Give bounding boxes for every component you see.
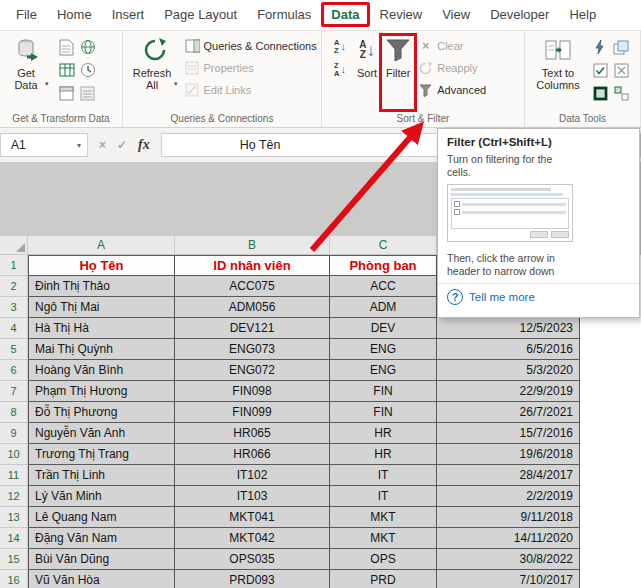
cell-a9[interactable]: Nguyễn Văn Anh [28, 423, 175, 444]
properties-button[interactable]: Properties [182, 58, 320, 78]
row-number[interactable]: 16 [0, 570, 28, 588]
tab-file[interactable]: File [6, 0, 47, 30]
row-number[interactable]: 13 [0, 507, 28, 528]
tab-home[interactable]: Home [47, 0, 102, 30]
cell-c9[interactable]: HR [330, 423, 437, 444]
cell-c3[interactable]: ADM [330, 297, 437, 318]
row-number[interactable]: 5 [0, 339, 28, 360]
cell-a11[interactable]: Trần Thị Linh [28, 465, 175, 486]
cell-c15[interactable]: OPS [330, 549, 437, 570]
cell-b2[interactable]: ACC075 [175, 276, 330, 297]
cell-a5[interactable]: Mai Thị Quỳnh [28, 339, 175, 360]
cell-b7[interactable]: FIN098 [175, 381, 330, 402]
cell-a13[interactable]: Lê Quang Nam [28, 507, 175, 528]
cell-b1[interactable]: ID nhân viên [175, 255, 330, 276]
cell-b5[interactable]: ENG073 [175, 339, 330, 360]
cell-d8[interactable]: 26/7/2021 [437, 402, 580, 423]
cell-d15[interactable]: 30/8/2022 [437, 549, 580, 570]
select-all-corner[interactable] [0, 236, 28, 255]
cell-d10[interactable]: 19/6/2018 [437, 444, 580, 465]
tell-me-more-link[interactable]: ? Tell me more [447, 289, 630, 305]
row-number[interactable]: 15 [0, 549, 28, 570]
from-table-range-icon[interactable] [57, 59, 77, 81]
advanced-button[interactable]: Advanced [415, 80, 489, 100]
data-source-settings-icon[interactable] [78, 82, 98, 104]
row-number[interactable]: 9 [0, 423, 28, 444]
cell-c7[interactable]: FIN [330, 381, 437, 402]
cell-b6[interactable]: ENG072 [175, 360, 330, 381]
row-number[interactable]: 4 [0, 318, 28, 339]
cell-a10[interactable]: Trương Thị Trang [28, 444, 175, 465]
data-validation-icon[interactable] [590, 59, 610, 81]
cell-c6[interactable]: ENG [330, 360, 437, 381]
row-number[interactable]: 2 [0, 276, 28, 297]
filter-button[interactable]: Filter [381, 34, 415, 112]
cell-d11[interactable]: 28/4/2017 [437, 465, 580, 486]
cell-a8[interactable]: Đỗ Thị Phương [28, 402, 175, 423]
cell-c1[interactable]: Phòng ban [330, 255, 437, 276]
cell-d13[interactable]: 9/11/2018 [437, 507, 580, 528]
cell-b9[interactable]: HR065 [175, 423, 330, 444]
cell-b16[interactable]: PRD093 [175, 570, 330, 588]
queries-connections-button[interactable]: Queries & Connections [182, 36, 320, 56]
cell-a14[interactable]: Đặng Văn Nam [28, 528, 175, 549]
cell-d6[interactable]: 5/3/2020 [437, 360, 580, 381]
row-number[interactable]: 10 [0, 444, 28, 465]
row-number[interactable]: 14 [0, 528, 28, 549]
row-number[interactable]: 8 [0, 402, 28, 423]
tab-formulas[interactable]: Formulas [247, 0, 321, 30]
whatif-analysis-icon[interactable] [590, 82, 610, 104]
cell-b14[interactable]: MKT042 [175, 528, 330, 549]
cell-b10[interactable]: HR066 [175, 444, 330, 465]
get-data-button[interactable]: Get Data▾ [5, 34, 53, 112]
consolidate-icon[interactable] [611, 59, 631, 81]
cell-a4[interactable]: Hà Thị Hà [28, 318, 175, 339]
remove-duplicates-icon[interactable] [611, 36, 631, 58]
cell-b8[interactable]: FIN099 [175, 402, 330, 423]
cell-b4[interactable]: DEV121 [175, 318, 330, 339]
cell-d9[interactable]: 15/7/2016 [437, 423, 580, 444]
cell-c10[interactable]: HR [330, 444, 437, 465]
cell-c5[interactable]: ENG [330, 339, 437, 360]
name-box[interactable]: A1 ▾ [0, 133, 88, 157]
clear-button[interactable]: × Clear [415, 36, 489, 56]
cell-d12[interactable]: 2/2/2019 [437, 486, 580, 507]
cell-c8[interactable]: FIN [330, 402, 437, 423]
sort-ascending-button[interactable]: AZ ↓ [327, 36, 353, 57]
cell-a3[interactable]: Ngô Thị Mai [28, 297, 175, 318]
column-header-c[interactable]: C [330, 236, 437, 255]
reapply-button[interactable]: Reapply [415, 58, 489, 78]
cell-a15[interactable]: Bùi Văn Dũng [28, 549, 175, 570]
tab-view[interactable]: View [432, 0, 480, 30]
cell-d16[interactable]: 7/10/2017 [437, 570, 580, 588]
row-number[interactable]: 12 [0, 486, 28, 507]
tab-developer[interactable]: Developer [480, 0, 559, 30]
cell-b11[interactable]: IT102 [175, 465, 330, 486]
sort-descending-button[interactable]: ZA ↓ [327, 59, 353, 80]
recent-sources-icon[interactable] [78, 59, 98, 81]
row-number[interactable]: 11 [0, 465, 28, 486]
cell-b12[interactable]: IT103 [175, 486, 330, 507]
tab-insert[interactable]: Insert [102, 0, 155, 30]
cell-a2[interactable]: Đinh Thị Thảo [28, 276, 175, 297]
cell-c2[interactable]: ACC [330, 276, 437, 297]
cell-c12[interactable]: IT [330, 486, 437, 507]
cell-c13[interactable]: MKT [330, 507, 437, 528]
cell-a12[interactable]: Lý Văn Minh [28, 486, 175, 507]
tab-data[interactable]: Data [321, 0, 369, 30]
column-header-a[interactable]: A [28, 236, 175, 255]
cell-b3[interactable]: ADM056 [175, 297, 330, 318]
relationships-icon[interactable] [611, 82, 631, 104]
insert-function-icon[interactable]: fx [138, 137, 150, 153]
cell-a1[interactable]: Họ Tên [28, 255, 175, 276]
enter-icon[interactable]: ✓ [117, 138, 127, 152]
cell-c4[interactable]: DEV [330, 318, 437, 339]
tab-page-layout[interactable]: Page Layout [154, 0, 247, 30]
row-number[interactable]: 7 [0, 381, 28, 402]
cell-d7[interactable]: 22/9/2019 [437, 381, 580, 402]
sort-button[interactable]: AZ ↓ Sort [353, 34, 381, 112]
cell-c16[interactable]: PRD [330, 570, 437, 588]
from-text-csv-icon[interactable] [57, 36, 77, 58]
cell-c14[interactable]: MKT [330, 528, 437, 549]
row-number[interactable]: 6 [0, 360, 28, 381]
